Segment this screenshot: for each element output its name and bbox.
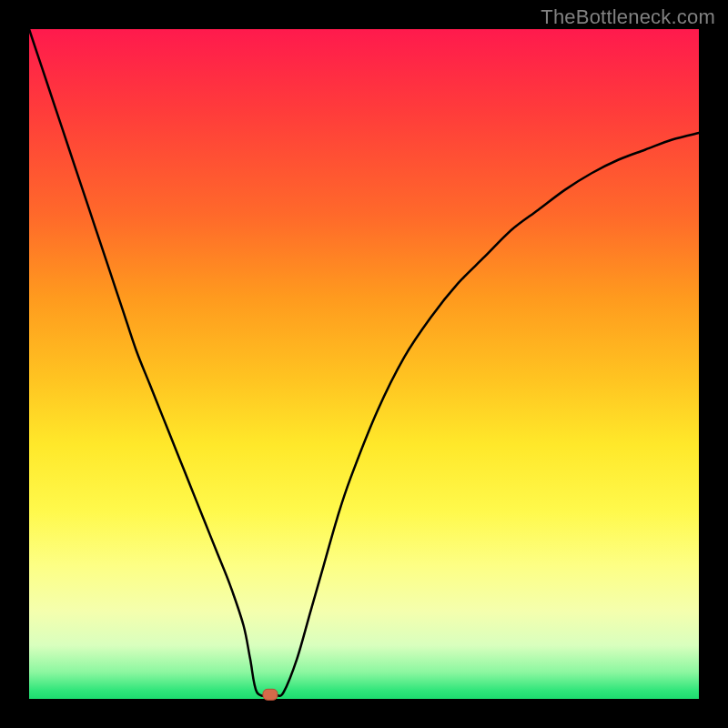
bottleneck-curve [29, 29, 699, 696]
chart-frame: TheBottleneck.com [0, 0, 728, 728]
plot-area [29, 29, 699, 699]
chart-svg [29, 29, 699, 699]
watermark-text: TheBottleneck.com [541, 5, 715, 29]
optimal-marker [263, 689, 278, 700]
